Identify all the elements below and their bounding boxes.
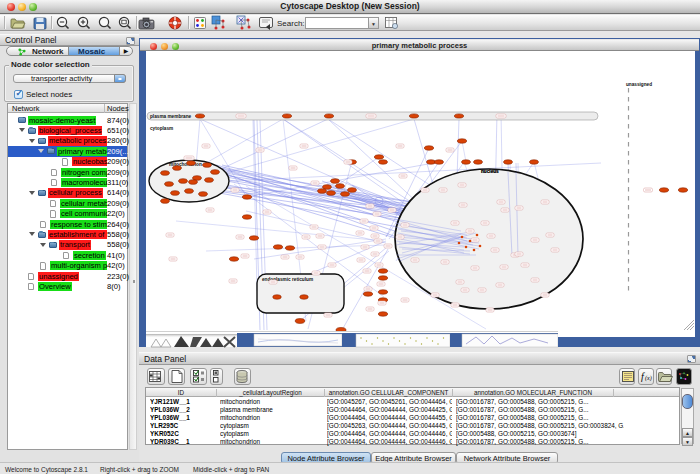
svg-text:cytoplasm: cytoplasm bbox=[150, 126, 173, 131]
svg-text:unassigned: unassigned bbox=[626, 82, 652, 87]
svg-text:(x): (x) bbox=[645, 375, 652, 382]
svg-text:mitochondrion: mitochondrion bbox=[169, 162, 202, 167]
svg-text:plasma membrane: plasma membrane bbox=[150, 114, 192, 119]
svg-text:nucleus: nucleus bbox=[481, 169, 499, 174]
